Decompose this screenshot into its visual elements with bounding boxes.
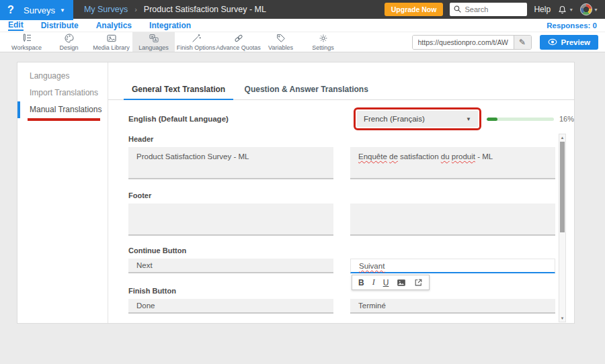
finish-options-icon	[190, 33, 202, 44]
nav-analytics[interactable]: Analytics	[96, 21, 132, 30]
sidebar-item-import-translations[interactable]: Import Translations	[17, 85, 108, 101]
avatar	[580, 3, 592, 15]
italic-button[interactable]: I	[372, 277, 375, 287]
settings-icon	[317, 33, 329, 44]
chevron-down-icon: ▼	[594, 7, 598, 12]
source-language-label: English (Default Language)	[128, 115, 354, 123]
questionpro-logo-icon[interactable]: ?	[4, 3, 17, 17]
chevron-down-icon: ▼	[466, 116, 471, 122]
global-search	[450, 3, 527, 16]
workspace-icon	[21, 33, 33, 44]
edit-toolbar: Workspace Design Media Library Languages…	[0, 32, 605, 52]
scrollbar-thumb[interactable]	[560, 142, 565, 232]
product-label: Surveys	[24, 5, 55, 15]
translation-progress-fill	[487, 118, 497, 121]
toolbar-item-media-library[interactable]: Media Library	[90, 32, 132, 52]
translation-rows: Header Product Satisfaction Survey - ML …	[108, 135, 574, 324]
toolbar-item-settings[interactable]: Settings	[302, 32, 344, 52]
continue-translation-field[interactable]: Suivant	[350, 259, 555, 273]
survey-title: Product Satisfaction Survey - ML	[144, 5, 266, 14]
account-menu[interactable]: ▼	[580, 3, 598, 15]
external-link-icon	[414, 278, 423, 287]
translations-content: General Text Translation Question & Answ…	[108, 62, 574, 323]
translation-progress-bar	[487, 118, 554, 121]
field-row-footer: Footer	[128, 191, 574, 236]
tab-general-text-translation[interactable]: General Text Translation	[124, 85, 233, 100]
translation-tabs: General Text Translation Question & Answ…	[108, 83, 574, 100]
scroll-up-icon[interactable]: ▲	[559, 134, 565, 141]
chevron-down-icon: ▼	[569, 7, 573, 12]
translations-sidebar: Languages Import Translations Manual Tra…	[17, 62, 108, 323]
header-translation-field[interactable]: Enquête de satisfaction du produit - ML	[350, 147, 555, 179]
responses-count[interactable]: Responses: 0	[547, 21, 597, 30]
languages-icon	[148, 33, 160, 44]
toolbar-item-design[interactable]: Design	[48, 32, 90, 52]
breadcrumb: My Surveys › Product Satisfaction Survey…	[84, 0, 266, 19]
toolbar-item-workspace[interactable]: Workspace	[5, 32, 48, 52]
top-bar: ? Surveys ▼ My Surveys › Product Satisfa…	[0, 0, 605, 19]
nav-distribute[interactable]: Distribute	[41, 21, 79, 30]
advance-quotas-icon	[233, 33, 245, 44]
survey-nav: Edit Distribute Analytics Integration Re…	[0, 19, 605, 32]
insert-link-button[interactable]	[414, 278, 423, 287]
toolbar-item-languages[interactable]: Languages	[132, 32, 175, 52]
work-area: Languages Import Translations Manual Tra…	[0, 52, 605, 364]
top-right-controls: Upgrade Now Help ▼ ▼	[385, 0, 605, 19]
bell-icon	[557, 5, 567, 15]
language-selector-row: English (Default Language) French (Franç…	[108, 109, 574, 129]
footer-source-field[interactable]	[128, 203, 333, 236]
underline-button[interactable]: U	[383, 278, 389, 287]
scroll-down-icon[interactable]: ▼	[559, 315, 565, 322]
field-row-header: Header Product Satisfaction Survey - ML …	[128, 135, 574, 179]
product-switcher[interactable]: ? Surveys ▼	[0, 0, 73, 20]
translation-progress-percent: 16%	[559, 115, 574, 123]
sidebar-item-languages[interactable]: Languages	[17, 68, 108, 85]
media-library-icon	[106, 33, 118, 44]
toolbar-item-advance-quotas[interactable]: Advance Quotas	[217, 32, 259, 52]
help-link[interactable]: Help	[534, 5, 551, 14]
search-icon	[453, 5, 462, 13]
upgrade-now-button[interactable]: Upgrade Now	[385, 3, 444, 16]
insert-image-button[interactable]	[397, 279, 406, 287]
continue-source-field[interactable]	[128, 259, 333, 273]
image-icon	[397, 279, 406, 287]
questionpro-app: ? Surveys ▼ My Surveys › Product Satisfa…	[0, 0, 605, 364]
translations-panel: Languages Import Translations Manual Tra…	[17, 62, 575, 324]
toolbar-item-variables[interactable]: Variables	[259, 32, 302, 52]
finish-translation-field[interactable]	[350, 299, 555, 314]
variables-icon	[275, 33, 287, 44]
vertical-scrollbar[interactable]: ▲ ▼	[559, 134, 566, 322]
preview-button[interactable]: Preview	[540, 35, 598, 50]
edit-url-icon[interactable]: ✎	[514, 36, 531, 49]
notifications-menu[interactable]: ▼	[557, 5, 573, 15]
bold-button[interactable]: B	[358, 278, 364, 287]
target-language-dropdown[interactable]: French (Français) ▼	[357, 111, 478, 127]
footer-translation-field[interactable]	[350, 203, 555, 236]
sidebar-item-manual-translations[interactable]: Manual Translations	[17, 101, 108, 118]
breadcrumb-separator: ›	[134, 5, 137, 13]
design-icon	[63, 33, 75, 44]
survey-url-input[interactable]	[413, 36, 514, 49]
field-row-finish-button: Finish Button	[128, 287, 574, 314]
chevron-down-icon: ▼	[60, 7, 65, 13]
nav-integration[interactable]: Integration	[149, 21, 191, 30]
survey-url-control: ✎	[412, 35, 532, 50]
tab-question-answer-translations[interactable]: Question & Answer Translations	[237, 85, 376, 99]
nav-edit[interactable]: Edit	[8, 20, 24, 31]
toolbar-spacer	[344, 32, 412, 52]
finish-source-field[interactable]	[128, 299, 333, 314]
breadcrumb-my-surveys[interactable]: My Surveys	[84, 5, 128, 14]
field-row-continue-button: Continue Button Suivant B I U	[128, 246, 574, 273]
eye-icon	[548, 38, 557, 46]
annotation-red-underline	[28, 118, 100, 121]
annotation-red-box: French (Français) ▼	[354, 107, 481, 130]
header-source-field[interactable]: Product Satisfaction Survey - ML	[128, 147, 333, 179]
toolbar-item-finish-options[interactable]: Finish Options	[175, 32, 217, 52]
format-toolbar: B I U	[352, 275, 430, 290]
